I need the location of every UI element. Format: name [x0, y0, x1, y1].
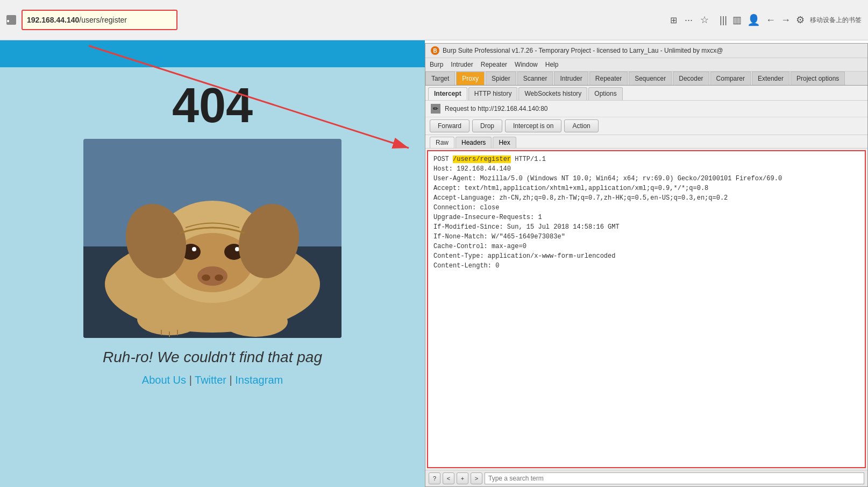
request-line-4: Accept: text/html,application/xhtml+xml,… — [433, 183, 859, 193]
url-path: /users/register — [79, 16, 127, 24]
burp-action-buttons: Forward Drop Intercept is on Action — [425, 117, 867, 135]
back-icon[interactable]: ← — [766, 15, 775, 26]
request-line-6: Connection: close — [433, 203, 859, 213]
request-line-10: Cache-Control: max-age=0 — [433, 242, 859, 251]
request-line-1: POST /users/register HTTP/1.1 — [433, 154, 859, 164]
browser-url-bar[interactable]: 192.168.44.140/users/register — [22, 10, 177, 30]
search-add-button[interactable]: + — [457, 472, 468, 484]
tab-scanner[interactable]: Scanner — [517, 72, 553, 85]
error-message: Ruh-ro! We couldn't find that pag — [103, 349, 322, 366]
browser-favicon-icon: ● — [6, 15, 16, 25]
url-host: 192.168.44.140 — [27, 16, 79, 24]
menu-burp[interactable]: Burp — [430, 60, 443, 69]
request-method: POST — [433, 156, 453, 163]
viewport-blue-bar — [0, 40, 425, 67]
subtab-websockets-history[interactable]: WebSockets history — [518, 87, 587, 100]
request-path-highlighted: /users/register — [453, 156, 511, 163]
content-tab-hex[interactable]: Hex — [493, 137, 516, 148]
request-line-12: Content-Length: 0 — [433, 261, 859, 271]
request-line-9: If-None-Match: W/"465-1649e73083e" — [433, 232, 859, 242]
menu-help[interactable]: Help — [545, 60, 559, 69]
burp-search-bar: ? < + > — [425, 470, 867, 486]
tab-spider[interactable]: Spider — [486, 72, 516, 85]
footer-links: About Us | Twitter | Instagram — [142, 374, 283, 386]
svg-point-14 — [137, 303, 202, 335]
menu-window[interactable]: Window — [515, 60, 538, 69]
svg-point-11 — [235, 247, 239, 251]
burp-title-bar: B Burp Suite Professional v1.7.26 - Temp… — [425, 44, 867, 58]
browser-right-icons: ||| ▥ 👤 ← → ⚙ 移动设备上的书签 — [720, 13, 862, 26]
action-button[interactable]: Action — [564, 119, 598, 132]
settings-icon[interactable]: ⚙ — [796, 14, 805, 26]
sidebar-toggle-icon[interactable]: ▥ — [732, 14, 742, 26]
footer-twitter-link[interactable]: Twitter — [195, 374, 226, 386]
burp-menu-bar: Burp Intruder Repeater Window Help — [425, 58, 867, 72]
forward-icon[interactable]: → — [781, 15, 791, 26]
burp-request-info-bar: ✏ Request to http://192.168.44.140:80 — [425, 101, 867, 117]
request-line-8: If-Modified-Since: Sun, 15 Jul 2018 14:5… — [433, 222, 859, 232]
tab-repeater[interactable]: Repeater — [589, 72, 628, 85]
ellipsis-icon[interactable]: ··· — [685, 15, 693, 26]
error-code: 404 — [172, 78, 253, 133]
footer-separator-2: | — [229, 374, 235, 386]
subtab-intercept[interactable]: Intercept — [428, 87, 467, 100]
request-protocol: HTTP/1.1 — [511, 156, 546, 163]
footer-about-link[interactable]: About Us — [142, 374, 186, 386]
footer-separator-1: | — [189, 374, 195, 386]
tab-extender[interactable]: Extender — [752, 72, 789, 85]
forward-button[interactable]: Forward — [430, 119, 469, 132]
pencil-icon: ✏ — [431, 104, 440, 114]
tab-decoder[interactable]: Decoder — [673, 72, 709, 85]
svg-point-5 — [197, 266, 227, 286]
svg-point-7 — [215, 274, 223, 281]
footer-instagram-link[interactable]: Instagram — [235, 374, 283, 386]
menu-repeater[interactable]: Repeater — [481, 60, 507, 69]
library-icon[interactable]: ||| — [720, 15, 727, 26]
burp-logo-icon: B — [431, 46, 439, 55]
request-line-11: Content-Type: application/x-www-form-url… — [433, 251, 859, 261]
request-line-2: Host: 192.168.44.140 — [433, 164, 859, 174]
browser-toolbar-icons: ⊞ ··· ☆ — [670, 14, 709, 26]
browser-chrome: ● 192.168.44.140/users/register ⊞ ··· ☆ … — [0, 0, 868, 40]
subtab-options[interactable]: Options — [588, 87, 622, 100]
svg-point-15 — [223, 307, 288, 337]
request-body[interactable]: POST /users/register HTTP/1.1 Host: 192.… — [427, 150, 866, 468]
search-prev-button[interactable]: < — [443, 472, 454, 484]
burp-content-tabs: Raw Headers Hex — [425, 135, 867, 149]
request-line-5: Accept-Language: zh-CN,zh;q=0.8,zh-TW;q=… — [433, 193, 859, 203]
request-label: Request to http://192.168.44.140:80 — [445, 105, 547, 112]
browser-viewport: 404 — [0, 40, 425, 487]
tab-comparer[interactable]: Comparer — [710, 72, 751, 85]
bookmark-star-icon[interactable]: ☆ — [700, 14, 709, 26]
intercept-on-button[interactable]: Intercept is on — [505, 119, 561, 132]
burp-title-text: Burp Suite Professional v1.7.26 - Tempor… — [443, 47, 723, 54]
tab-proxy[interactable]: Proxy — [456, 72, 485, 85]
content-tab-headers[interactable]: Headers — [456, 137, 492, 148]
burp-sub-tabs: Intercept HTTP history WebSockets histor… — [425, 86, 867, 101]
request-line-3: User-Agent: Mozilla/5.0 (Windows NT 10.0… — [433, 174, 859, 183]
tab-project-options[interactable]: Project options — [791, 72, 845, 85]
svg-point-10 — [192, 247, 196, 251]
subtab-http-history[interactable]: HTTP history — [468, 87, 518, 100]
browser-chinese-label: 移动设备上的书签 — [810, 16, 862, 25]
search-input[interactable] — [485, 472, 864, 484]
search-question-button[interactable]: ? — [429, 472, 440, 484]
svg-point-6 — [202, 274, 210, 281]
burp-suite-window: B Burp Suite Professional v1.7.26 - Temp… — [425, 43, 868, 487]
burp-main-tabs: Target Proxy Spider Scanner Intruder Rep… — [425, 72, 867, 86]
page-404-content: 404 — [0, 67, 425, 386]
tab-sequencer[interactable]: Sequencer — [629, 72, 672, 85]
grid-icon[interactable]: ⊞ — [670, 15, 677, 25]
dog-image-container — [83, 139, 341, 338]
search-next-button[interactable]: > — [471, 472, 482, 484]
tab-intruder[interactable]: Intruder — [554, 72, 588, 85]
content-tab-raw[interactable]: Raw — [430, 137, 454, 148]
drop-button[interactable]: Drop — [472, 119, 502, 132]
request-line-7: Upgrade-Insecure-Requests: 1 — [433, 213, 859, 222]
tab-target[interactable]: Target — [425, 72, 455, 85]
menu-intruder[interactable]: Intruder — [451, 60, 473, 69]
profile-icon[interactable]: 👤 — [747, 13, 760, 26]
